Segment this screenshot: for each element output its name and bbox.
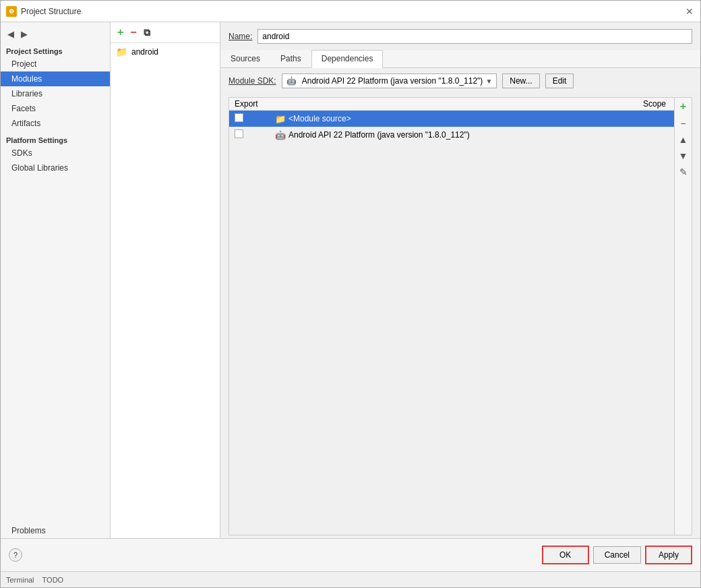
module-sdk-select[interactable]: 🤖 Android API 22 Platform (java version … [282, 74, 497, 88]
move-up-dep-button[interactable]: ▲ [675, 131, 692, 148]
module-list-panel: + − ⧉ 📁 android [111, 22, 220, 538]
remove-module-button[interactable]: − [127, 25, 139, 40]
sidebar-item-facets[interactable]: Facets [1, 101, 110, 116]
dep-name-android-api: 🤖 Android API 22 Platform (java version … [275, 130, 615, 140]
remove-dep-button[interactable]: − [675, 115, 692, 131]
deps-header: Export Scope [229, 98, 674, 111]
edit-dep-button[interactable]: ✎ [675, 164, 692, 180]
android-sdk-icon: 🤖 [286, 76, 297, 86]
add-dep-button[interactable]: + [675, 98, 692, 115]
dialog-title: Project Structure [21, 7, 81, 16]
name-input[interactable] [257, 29, 692, 44]
dep-name-module-source: 📁 <Module source> [275, 114, 615, 124]
bottom-bar: ? OK Cancel Apply [1, 538, 700, 571]
sidebar-item-project[interactable]: Project [1, 57, 110, 71]
sdk-row: Module SDK: 🤖 Android API 22 Platform (j… [220, 68, 700, 94]
title-bar: ⚙ Project Structure ✕ [1, 1, 700, 22]
dep-export-module-source [235, 113, 275, 124]
app-icon: ⚙ [6, 6, 17, 17]
export-checkbox-android-api[interactable] [235, 129, 243, 138]
status-bar: Terminal TODO [1, 571, 700, 587]
project-structure-dialog: ⚙ Project Structure ✕ ◀ ▶ Project Settin… [0, 0, 701, 588]
terminal-status[interactable]: Terminal [6, 576, 34, 584]
module-item-android[interactable]: 📁 android [111, 43, 220, 61]
tabs-row: Sources Paths Dependencies [220, 50, 700, 68]
sidebar-item-sdks[interactable]: SDKs [1, 146, 110, 160]
deps-table-area: Export Scope 📁 <Module source> [229, 98, 674, 535]
side-actions: + − ▲ ▼ ✎ [674, 98, 692, 535]
back-button[interactable]: ◀ [5, 28, 17, 40]
dep-row-android-api[interactable]: 🤖 Android API 22 Platform (java version … [229, 127, 674, 143]
sidebar-item-libraries[interactable]: Libraries [1, 86, 110, 101]
tab-dependencies[interactable]: Dependencies [311, 50, 384, 68]
deps-container: Export Scope 📁 <Module source> [228, 97, 692, 535]
name-label: Name: [228, 32, 252, 41]
apply-button[interactable]: Apply [645, 546, 692, 564]
edit-sdk-button[interactable]: Edit [545, 74, 574, 88]
forward-button[interactable]: ▶ [18, 28, 30, 40]
main-content: ◀ ▶ Project Settings Project Modules Lib… [1, 22, 700, 538]
nav-toolbar: ◀ ▶ [1, 25, 110, 43]
details-panel: Name: Sources Paths Dependencies Module … [220, 22, 700, 538]
help-button[interactable]: ? [9, 548, 22, 562]
add-module-button[interactable]: + [115, 25, 126, 40]
sdk-dropdown-arrow: ▼ [485, 78, 492, 85]
module-item-label: android [131, 47, 158, 57]
todo-status[interactable]: TODO [42, 576, 64, 584]
ok-button[interactable]: OK [542, 546, 589, 564]
sidebar-item-artifacts[interactable]: Artifacts [1, 116, 110, 131]
export-checkbox-module-source[interactable] [235, 113, 243, 122]
dep-row-module-source[interactable]: 📁 <Module source> [229, 111, 674, 127]
project-settings-header: Project Settings [1, 43, 110, 57]
copy-module-button[interactable]: ⧉ [141, 26, 153, 40]
tab-sources[interactable]: Sources [220, 50, 270, 67]
sdk-select-text: Android API 22 Platform (java version "1… [302, 76, 483, 86]
platform-settings-header: Platform Settings [1, 131, 110, 146]
module-source-folder-icon: 📁 [275, 114, 286, 124]
module-toolbar: + − ⧉ [111, 22, 220, 43]
dep-export-android-api [235, 129, 275, 140]
module-sdk-label: Module SDK: [228, 76, 276, 86]
move-down-dep-button[interactable]: ▼ [675, 148, 692, 164]
close-button[interactable]: ✕ [684, 6, 695, 17]
scope-column-header: Scope [615, 99, 669, 109]
export-column-header: Export [235, 99, 275, 109]
module-folder-icon: 📁 [116, 47, 127, 57]
new-sdk-button[interactable]: New... [502, 74, 539, 88]
sidebar-item-global-libraries[interactable]: Global Libraries [1, 160, 110, 175]
name-row: Name: [220, 22, 700, 50]
sidebar-item-problems[interactable]: Problems [1, 523, 110, 538]
title-bar-left: ⚙ Project Structure [6, 6, 81, 17]
sidebar-item-modules[interactable]: Modules [1, 71, 110, 86]
sidebar: ◀ ▶ Project Settings Project Modules Lib… [1, 22, 111, 538]
android-api-icon: 🤖 [275, 130, 286, 140]
tab-paths[interactable]: Paths [270, 50, 311, 67]
cancel-button[interactable]: Cancel [593, 546, 641, 564]
